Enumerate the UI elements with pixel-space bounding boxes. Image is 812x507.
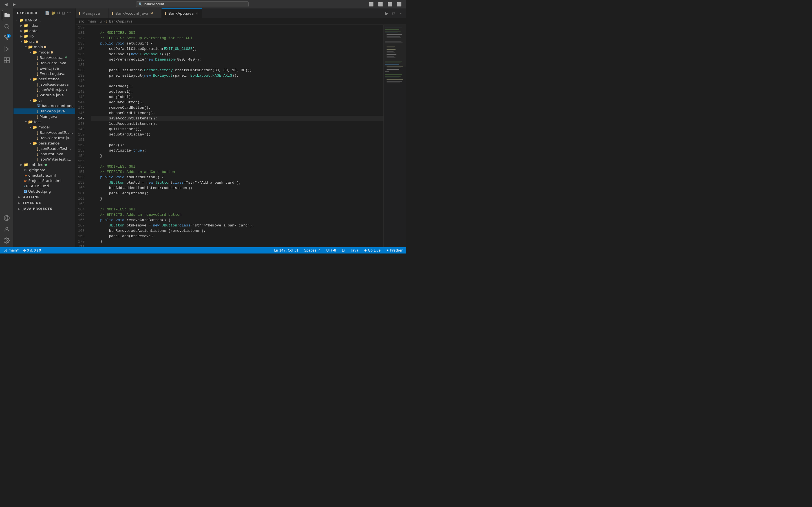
more-actions-icon[interactable]: ··· bbox=[66, 11, 72, 15]
jsonreader-label: JsonReader.java bbox=[40, 82, 68, 87]
activity-settings-icon[interactable] bbox=[2, 235, 12, 245]
ui-folder[interactable]: ▾ 📂 ui bbox=[13, 98, 75, 103]
jsontest-file[interactable]: J JsonTest.java bbox=[13, 151, 75, 157]
event-file[interactable]: J Event.java bbox=[13, 66, 75, 71]
status-errors[interactable]: ⊘ 0 ⚠ 0 ℹ 0 bbox=[22, 247, 42, 253]
test-folder[interactable]: ▾ 📂 test bbox=[13, 119, 75, 124]
search-input[interactable]: bankAccount bbox=[144, 2, 201, 6]
layout3-icon[interactable]: ⬜ bbox=[386, 1, 394, 7]
bankcardtest-file[interactable]: J BankCardTest.ja... bbox=[13, 135, 75, 140]
breadcrumb-main[interactable]: main bbox=[87, 19, 96, 23]
refresh-icon[interactable]: ↺ bbox=[57, 11, 61, 15]
timeline-section[interactable]: ▶ TIMELINE bbox=[13, 200, 75, 206]
search-icon: 🔍 bbox=[139, 2, 143, 6]
layout4-icon[interactable]: ⬜ bbox=[395, 1, 403, 7]
run-icon[interactable]: ▶ bbox=[384, 10, 389, 17]
status-encoding[interactable]: UTF-8 bbox=[325, 247, 337, 253]
projectstarter-icon: ≫ bbox=[24, 179, 28, 183]
checkstyle-file[interactable]: ≫ checkstyle.xml bbox=[13, 173, 75, 178]
tab-bankaccount-java[interactable]: J BankAccount.java M ✕ bbox=[109, 8, 161, 18]
test-persistence-folder[interactable]: ▾ 📂 persistence bbox=[13, 140, 75, 146]
status-line-col[interactable]: Ln 147, Col 31 bbox=[273, 247, 300, 253]
gitignore-label: .gitignore bbox=[28, 168, 45, 172]
eventlog-file[interactable]: J EventLog.java bbox=[13, 71, 75, 76]
untitled-png-file[interactable]: 🖼 Untitled.png bbox=[13, 189, 75, 194]
svg-rect-41 bbox=[387, 81, 402, 81]
bankaccounttest-file[interactable]: J BankAccountTes... bbox=[13, 130, 75, 135]
code-content[interactable]: // MODIFIES: GUI // EFFECTS: Sets up eve… bbox=[89, 25, 384, 247]
main-folder[interactable]: ▾ 📂 main bbox=[13, 44, 75, 50]
language-label: Java bbox=[351, 248, 358, 252]
outline-section[interactable]: ▶ OUTLINE bbox=[13, 194, 75, 200]
jsonreader-file[interactable]: J JsonReader.java bbox=[13, 82, 75, 87]
status-language[interactable]: Java bbox=[350, 247, 359, 253]
root-folder[interactable]: ▾ 📁 BANKA... bbox=[13, 17, 75, 23]
tab-main-java[interactable]: J Main.java ✕ bbox=[75, 8, 109, 18]
src-folder[interactable]: ▾ 📂 src bbox=[13, 39, 75, 44]
activity-extensions-icon[interactable] bbox=[2, 55, 12, 65]
activity-account-icon[interactable] bbox=[2, 224, 12, 234]
bankcardtest-icon: J bbox=[37, 136, 38, 140]
jsonwriter-label: JsonWriter.java bbox=[40, 88, 67, 92]
collapse-all-icon[interactable]: ⊟ bbox=[62, 11, 65, 15]
bankapp-file[interactable]: J BankApp.java bbox=[13, 108, 75, 114]
bankcard-file[interactable]: J BankCard.java bbox=[13, 60, 75, 66]
activity-remote-icon[interactable] bbox=[2, 213, 12, 223]
jsonwritertest-file[interactable]: J JsonWriterTest.j... bbox=[13, 157, 75, 162]
bankcard-label: BankCard.java bbox=[40, 61, 66, 65]
readme-file[interactable]: ℹ README.md bbox=[13, 183, 75, 189]
breadcrumb-file[interactable]: BankApp.java bbox=[109, 19, 133, 23]
writable-file[interactable]: J Writable.java bbox=[13, 93, 75, 98]
status-left: ⎇ main* ⊘ 0 ⚠ 0 ℹ 0 bbox=[2, 247, 42, 253]
svg-rect-34 bbox=[387, 68, 401, 68]
breadcrumb-ui[interactable]: ui bbox=[100, 19, 103, 23]
jsonreadertest-label: JsonReaderTest... bbox=[40, 147, 71, 151]
mainjava-file[interactable]: J Main.java bbox=[13, 114, 75, 119]
split-editor-icon[interactable]: ⧉ bbox=[391, 10, 396, 17]
activity-run-icon[interactable] bbox=[2, 44, 12, 54]
idea-folder[interactable]: ▶ 📁 .idea bbox=[13, 23, 75, 28]
errors-count: 0 bbox=[27, 248, 29, 252]
forward-button[interactable]: ▶ bbox=[11, 1, 17, 7]
java-projects-section[interactable]: ▶ JAVA PROJECTS bbox=[13, 206, 75, 212]
untitled-folder[interactable]: ▶ 📁 untitled bbox=[13, 162, 75, 167]
jsonreadertest-file[interactable]: J JsonReaderTest... bbox=[13, 146, 75, 151]
lib-folder[interactable]: ▶ 📁 lib bbox=[13, 34, 75, 39]
lib-arrow: ▶ bbox=[19, 35, 24, 38]
new-folder-icon[interactable]: 📁 bbox=[51, 11, 56, 15]
status-go-live[interactable]: ⊕ Go Live bbox=[363, 247, 382, 253]
status-prettier[interactable]: ✦ Prettier bbox=[385, 247, 404, 253]
persistence-label: persistence bbox=[38, 77, 59, 81]
back-button[interactable]: ◀ bbox=[3, 1, 9, 7]
status-spaces[interactable]: Spaces: 4 bbox=[303, 247, 322, 253]
svg-rect-40 bbox=[387, 79, 403, 80]
breadcrumb-src[interactable]: src bbox=[79, 19, 84, 23]
code-editor[interactable]: 1301311321331341351361371381391401411421… bbox=[75, 25, 406, 247]
main-java-tab-label: Main.java bbox=[82, 11, 100, 15]
jsonwriter-file[interactable]: J JsonWriter.java bbox=[13, 87, 75, 93]
layout1-icon[interactable]: ⬜ bbox=[367, 1, 375, 7]
bankaccount-png-file[interactable]: 🖼 bankAccount.png bbox=[13, 103, 75, 108]
outline-arrow: ▶ bbox=[17, 195, 21, 199]
svg-rect-36 bbox=[385, 71, 389, 71]
tab-bankapp-java[interactable]: J BankApp.java ✕ bbox=[161, 8, 202, 18]
model-folder[interactable]: ▾ 📂 model bbox=[13, 50, 75, 55]
activity-search-icon[interactable] bbox=[2, 21, 12, 32]
layout2-icon[interactable]: ⬜ bbox=[376, 1, 385, 7]
svg-rect-9 bbox=[7, 61, 9, 63]
bankapp-java-close[interactable]: ✕ bbox=[195, 11, 199, 16]
projectstarter-file[interactable]: ≫ Project-Starter.iml bbox=[13, 178, 75, 183]
activity-git-icon[interactable]: 8 bbox=[2, 33, 12, 43]
data-folder[interactable]: ▶ 📁 data bbox=[13, 28, 75, 34]
status-branch[interactable]: ⎇ main* bbox=[2, 247, 20, 253]
status-eol[interactable]: LF bbox=[341, 247, 347, 253]
persistence-folder[interactable]: ▾ 📂 persistence bbox=[13, 76, 75, 82]
titlebar-search[interactable]: 🔍 bankAccount bbox=[136, 1, 249, 7]
more-tab-actions-icon[interactable]: ··· bbox=[397, 10, 404, 17]
test-model-folder[interactable]: ▾ 📂 model bbox=[13, 124, 75, 130]
bankaccount-file[interactable]: J BankAccou... M bbox=[13, 55, 75, 60]
gitignore-file[interactable]: ⚙ .gitignore bbox=[13, 167, 75, 173]
svg-rect-38 bbox=[385, 76, 401, 76]
activity-explorer-icon[interactable] bbox=[2, 10, 12, 20]
new-file-icon[interactable]: 📄 bbox=[45, 11, 50, 15]
